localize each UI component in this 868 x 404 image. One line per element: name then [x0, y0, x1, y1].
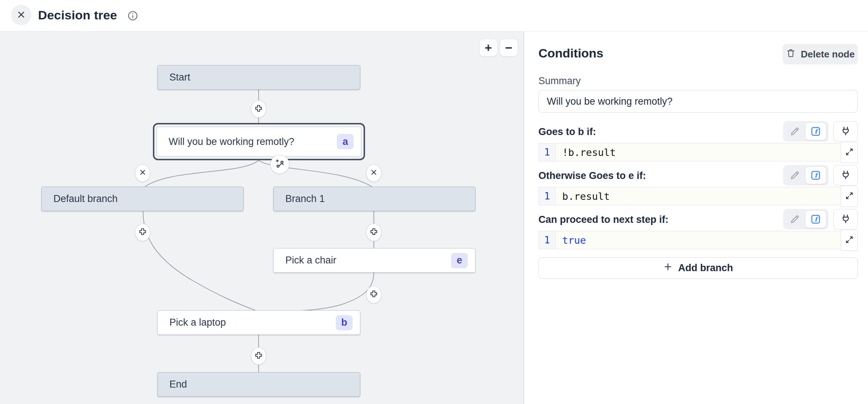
rule-mode-controls: f [783, 165, 858, 186]
rule-code-editor: 1 true [538, 231, 858, 249]
info-icon[interactable] [127, 10, 138, 21]
conditions-panel: Conditions Delete node Summary Goes to b… [525, 31, 868, 404]
add-branch-button[interactable]: Add branch [538, 257, 858, 279]
node-pick-a-chair[interactable]: Pick a chair e [273, 248, 476, 273]
add-step-button[interactable] [366, 224, 382, 241]
summary-input[interactable] [538, 90, 858, 113]
node-end[interactable]: End [157, 372, 360, 397]
expand-icon [845, 235, 854, 245]
plus-icon [663, 262, 673, 274]
line-number: 1 [539, 231, 556, 249]
node-label: Start [169, 72, 353, 83]
node-start[interactable]: Start [157, 65, 360, 90]
code-text: true [562, 235, 586, 246]
zoom-out-button[interactable]: − [500, 39, 518, 56]
plug-icon [840, 126, 851, 138]
line-number: 1 [539, 187, 556, 205]
add-step-button[interactable] [366, 286, 382, 303]
close-button[interactable] [11, 5, 31, 25]
code-input[interactable]: true [556, 231, 857, 249]
svg-text:f: f [815, 172, 819, 179]
page-title: Decision tree [38, 8, 117, 22]
close-icon [16, 9, 27, 21]
node-label: Pick a chair [285, 255, 451, 266]
node-badge: e [451, 253, 468, 268]
add-branch-connector-button[interactable] [270, 155, 289, 174]
line-number: 1 [539, 143, 556, 161]
rule-label: Goes to b if: [538, 126, 596, 138]
edit-mode-button[interactable] [785, 123, 805, 140]
node-badge: b [336, 315, 353, 330]
add-branch-label: Add branch [678, 262, 733, 274]
node-label: End [169, 379, 353, 390]
flow-canvas[interactable]: + − Start Will you be working remotly? a… [0, 31, 524, 404]
x-icon [138, 168, 147, 178]
plugin-button[interactable] [833, 209, 858, 229]
expand-icon [845, 191, 854, 201]
node-label: Default branch [53, 193, 236, 205]
function-mode-button[interactable]: f [805, 167, 826, 184]
function-mode-button[interactable]: f [805, 123, 826, 140]
rule-label: Can proceed to next step if: [538, 214, 669, 225]
delete-node-label: Delete node [801, 49, 854, 60]
add-step-button[interactable] [251, 347, 266, 365]
add-step-button[interactable] [251, 100, 266, 118]
svg-text:f: f [815, 216, 819, 223]
plus-icon [254, 104, 263, 115]
zoom-in-button[interactable]: + [479, 39, 497, 56]
mode-segmented-control: f [783, 121, 828, 142]
code-input[interactable]: b.result [556, 187, 857, 205]
expand-icon [845, 147, 854, 157]
expand-editor-button[interactable] [841, 186, 858, 207]
node-label: Will you be working remotly? [169, 136, 337, 147]
plugin-button[interactable] [833, 165, 858, 186]
mode-segmented-control: f [783, 209, 828, 229]
add-step-button[interactable] [135, 224, 150, 241]
header: Decision tree [0, 0, 868, 31]
node-question[interactable]: Will you be working remotly? a [157, 127, 361, 157]
rule-mode-controls: f [783, 209, 858, 229]
rule-mode-controls: f [783, 121, 858, 142]
panel-title: Conditions [538, 46, 604, 60]
x-icon [369, 168, 378, 178]
plus-icon [138, 227, 147, 238]
node-label: Pick a laptop [169, 317, 336, 328]
code-text: b.result [562, 191, 610, 202]
code-input[interactable]: !b.result [556, 143, 857, 161]
trash-icon [786, 48, 796, 61]
plugin-button[interactable] [833, 121, 858, 142]
mode-segmented-control: f [783, 165, 828, 186]
plus-icon [369, 289, 379, 300]
expand-editor-button[interactable] [841, 142, 858, 163]
plug-icon [840, 169, 851, 182]
decision-tree-editor: Decision tree + − Start Will you be work… [0, 0, 868, 404]
node-branch-1[interactable]: Branch 1 [273, 187, 476, 211]
rule-code-editor: 1 !b.result [538, 143, 858, 161]
delete-branch-button[interactable] [135, 164, 150, 182]
node-label: Branch 1 [285, 193, 468, 205]
node-badge: a [337, 134, 354, 149]
node-pick-a-laptop[interactable]: Pick a laptop b [157, 310, 360, 335]
edit-mode-button[interactable] [785, 210, 805, 228]
delete-node-button[interactable]: Delete node [783, 44, 858, 64]
node-question-selected[interactable]: Will you be working remotly? a [153, 123, 365, 160]
rule-label: Otherwise Goes to e if: [538, 170, 646, 182]
plug-icon [840, 213, 851, 225]
plus-icon [369, 227, 379, 238]
delete-branch-button[interactable] [366, 164, 382, 182]
code-text: !b.result [562, 147, 616, 158]
node-default-branch[interactable]: Default branch [41, 187, 244, 211]
plus-icon [254, 351, 263, 362]
svg-text:f: f [815, 128, 819, 135]
edit-mode-button[interactable] [785, 167, 805, 184]
expand-editor-button[interactable] [841, 230, 858, 251]
rule-code-editor: 1 b.result [538, 187, 858, 205]
branch-plus-icon [274, 158, 285, 171]
function-mode-button[interactable]: f [805, 210, 826, 228]
summary-label: Summary [538, 75, 581, 87]
